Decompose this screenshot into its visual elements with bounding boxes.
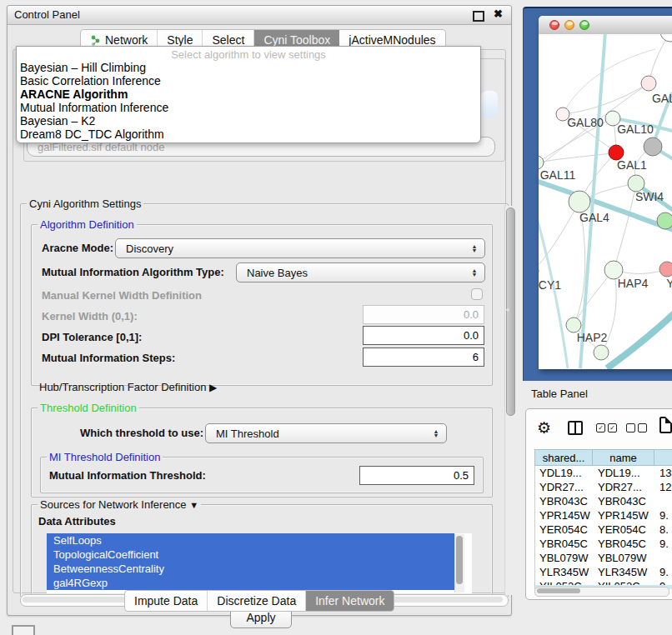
network-window[interactable]: GALGAL80GAL10GAL1GAL11SWI4GAL4GCY1HAP4YH… xyxy=(539,16,672,369)
mi-steps-field[interactable]: 6 xyxy=(363,348,484,367)
table-row[interactable]: YIL052CYIL052C9. xyxy=(535,579,672,585)
minimize-traffic-light-icon[interactable] xyxy=(564,20,574,30)
aracne-mode-value: Discovery xyxy=(126,242,173,255)
column-layout-icon[interactable] xyxy=(568,421,583,435)
minimized-panel-icon[interactable] xyxy=(12,625,35,635)
dropdown-item[interactable]: Dream8 DC_TDC Algorithm xyxy=(17,128,480,141)
table-row[interactable]: YLR345WYLR345W9. xyxy=(535,565,672,579)
table-hscroll-thumb[interactable] xyxy=(537,588,580,593)
table-row[interactable]: YBR043CYBR043C xyxy=(535,494,672,508)
gear-icon[interactable]: ⚙ xyxy=(537,418,551,438)
table-row[interactable]: YBL079WYBL079W xyxy=(535,551,672,565)
attr-list-scroll-thumb[interactable] xyxy=(456,536,463,584)
table-column-header[interactable]: name xyxy=(593,449,654,466)
select-all-icon[interactable]: ✓ ✓ xyxy=(596,423,617,432)
network-node[interactable] xyxy=(569,191,590,212)
network-edge[interactable] xyxy=(539,178,672,234)
table-cell: 12 xyxy=(655,480,672,494)
network-node[interactable] xyxy=(594,345,609,360)
network-node[interactable] xyxy=(539,156,544,169)
close-icon[interactable]: ✖ xyxy=(494,8,503,20)
zoom-traffic-light-icon[interactable] xyxy=(579,20,589,30)
dropdown-item[interactable]: Basic Correlation Inference xyxy=(17,74,480,88)
attribute-list-item[interactable]: SelfLoops xyxy=(47,533,454,548)
empty-box-icon xyxy=(638,423,647,432)
dropdown-placeholder: Select algorithm to view settings xyxy=(17,48,480,61)
mi-type-combobox[interactable]: Naive Bayes ▲▼ xyxy=(236,262,485,282)
hub-definition-expander[interactable]: Hub/Transcription Factor Definition ▶ xyxy=(39,381,217,393)
cyni-algorithm-settings-group: Cyni Algorithm Settings Algorithm Defini… xyxy=(20,203,509,598)
attribute-list-item[interactable]: TopologicalCoefficient xyxy=(47,548,454,562)
dpi-tolerance-field[interactable]: 0.0 xyxy=(363,326,484,345)
attribute-list-item[interactable]: BetweennessCentrality xyxy=(47,562,454,576)
dropdown-items: Bayesian – Hill ClimbingBasic Correlatio… xyxy=(17,61,480,141)
which-threshold-combobox[interactable]: MI Threshold ▲▼ xyxy=(205,423,447,443)
bottom-tab-infer-network[interactable]: Infer Network xyxy=(306,591,394,611)
table-row[interactable]: YDL19...YDL19...13 xyxy=(535,466,672,480)
table-column-header[interactable]: shared... xyxy=(534,449,593,466)
network-edge[interactable] xyxy=(614,183,636,270)
control-panel-titlebar[interactable]: Control Panel ✖ xyxy=(8,6,511,25)
float-window-icon[interactable] xyxy=(473,11,484,22)
table-cell: YLR345W xyxy=(594,565,655,579)
network-graph: GALGAL80GAL10GAL1GAL11SWI4GAL4GCY1HAP4YH… xyxy=(539,34,672,369)
table-cell: YER054C xyxy=(594,522,655,537)
network-edge[interactable] xyxy=(574,270,614,325)
mi-threshold-field[interactable]: 0.5 xyxy=(359,466,474,485)
tab-label: jActiveMNodules xyxy=(349,33,435,47)
network-node[interactable] xyxy=(628,175,644,192)
table-cell: 9. xyxy=(655,579,672,585)
table-panel: ⚙ ✓ ✓ shared...name YDL19...YDL19...13YD… xyxy=(525,408,672,600)
network-node[interactable] xyxy=(644,138,662,156)
aracne-mode-combobox[interactable]: Discovery ▲▼ xyxy=(115,238,485,258)
table-cell: YBL079W xyxy=(594,551,655,565)
checked-box-icon: ✓ xyxy=(608,423,617,432)
close-traffic-light-icon[interactable] xyxy=(549,20,559,30)
manual-kernel-checkbox[interactable] xyxy=(471,288,483,300)
table-cell: YBR043C xyxy=(535,494,594,508)
dropdown-item[interactable]: Bayesian – K2 xyxy=(17,114,480,128)
document-icon[interactable] xyxy=(659,417,672,433)
settings-group-title: Cyni Algorithm Settings xyxy=(27,198,143,210)
network-edge[interactable] xyxy=(539,202,579,271)
combo-arrows-icon: ▲▼ xyxy=(468,244,484,252)
control-panel-window: Control Panel ✖ NetworkStyleSelectCyni T… xyxy=(7,5,512,616)
table-row[interactable]: YER054CYER054C8. xyxy=(535,522,672,537)
network-canvas[interactable]: GALGAL80GAL10GAL1GAL11SWI4GAL4GCY1HAP4YH… xyxy=(539,34,672,369)
table-row[interactable]: YDR27...YDR27...12 xyxy=(535,480,672,494)
combobox-focus-button[interactable] xyxy=(481,91,498,118)
table-column-header[interactable] xyxy=(654,449,672,466)
table-cell: YDL19... xyxy=(535,466,594,480)
network-window-titlebar[interactable] xyxy=(539,16,672,35)
dropdown-item[interactable]: Bayesian – Hill Climbing xyxy=(17,61,480,74)
algorithm-definition-group: Algorithm Definition Aracne Mode: Discov… xyxy=(31,224,493,386)
attribute-list-item[interactable]: gal4RGexp xyxy=(47,576,454,590)
sources-title[interactable]: Sources for Network Inference ▼ xyxy=(38,498,201,511)
dropdown-item[interactable]: ARACNE Algorithm xyxy=(17,88,480,101)
table-row[interactable]: YPR145WYPR145W9. xyxy=(535,508,672,522)
bottom-tab-impute-data[interactable]: Impute Data xyxy=(125,591,208,611)
network-node[interactable] xyxy=(659,262,672,277)
which-threshold-value: MI Threshold xyxy=(216,428,279,440)
network-node-label: HAP2 xyxy=(577,331,608,344)
bottom-tab-discretize-data[interactable]: Discretize Data xyxy=(208,591,306,611)
settings-scrollbar[interactable] xyxy=(504,206,515,595)
table-row[interactable]: YBR045CYBR045C9. xyxy=(535,537,672,551)
table-cell: YBR045C xyxy=(535,537,594,551)
network-node[interactable] xyxy=(657,212,672,229)
network-edge[interactable] xyxy=(607,309,672,368)
attr-list-scrollbar[interactable] xyxy=(454,534,464,592)
unselect-all-icon[interactable] xyxy=(626,423,647,432)
table-hscrollbar[interactable] xyxy=(534,587,669,597)
split-divider-handle[interactable]: ◂ xyxy=(505,305,509,313)
mi-type-label: Mutual Information Algorithm Type: xyxy=(42,266,224,278)
algorithm-definition-title: Algorithm Definition xyxy=(38,218,137,231)
kernel-width-field[interactable]: 0.0 xyxy=(363,305,484,324)
network-node[interactable] xyxy=(660,34,672,42)
network-node[interactable] xyxy=(641,76,656,91)
network-node-label: GAL11 xyxy=(540,168,576,182)
network-edge[interactable] xyxy=(563,83,649,114)
dropdown-item[interactable]: Mutual Information Inference xyxy=(17,101,480,114)
mi-steps-label: Mutual Information Steps: xyxy=(42,352,175,364)
data-attributes-list[interactable]: SelfLoopsTopologicalCoefficientBetweenne… xyxy=(47,533,472,593)
